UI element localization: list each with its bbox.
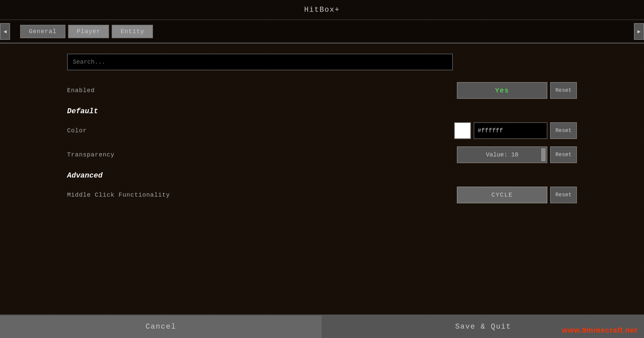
advanced-section: Advanced Middle Click Functionality CYCL… [67,172,577,205]
color-controls: Reset [454,122,577,139]
default-header: Default [67,107,577,116]
title-bar: HitBox+ [0,0,644,20]
middle-click-reset[interactable]: Reset [550,187,577,203]
watermark: www.9minecraft.net [562,326,637,335]
transparency-value: Value: 10 [461,151,543,158]
color-input[interactable] [474,122,547,139]
middle-click-toggle[interactable]: CYCLE [457,187,547,203]
enabled-reset[interactable]: Reset [550,82,577,99]
cancel-button[interactable]: Cancel [0,316,322,338]
enabled-label: Enabled [67,87,95,94]
search-container [67,54,577,70]
tab-general[interactable]: General [20,25,65,38]
main-content: Enabled Yes Reset Default Color Reset Tr… [0,44,644,220]
bottom-bar: Cancel Save & Quit www.9minecraft.net [0,315,644,338]
app-title: HitBox+ [304,6,340,14]
transparency-row: Transparency Value: 10 Reset [67,145,577,165]
color-reset[interactable]: Reset [550,122,577,139]
transparency-reset[interactable]: Reset [550,146,577,163]
slider-handle [541,148,545,161]
color-label: Color [67,127,87,134]
tab-player[interactable]: Player [68,25,109,38]
transparency-slider[interactable]: Value: 10 [457,146,547,163]
advanced-header: Advanced [67,172,577,180]
enabled-toggle[interactable]: Yes [457,82,547,99]
color-swatch[interactable] [454,122,471,139]
middle-click-row: Middle Click Functionality CYCLE Reset [67,185,577,205]
enabled-row: Enabled Yes Reset [67,80,577,100]
tab-entity[interactable]: Entity [112,25,153,38]
transparency-label: Transparency [67,151,115,158]
tab-bar: ◀ General Player Entity ▶ [0,20,644,44]
color-row: Color Reset [67,121,577,141]
search-input[interactable] [67,54,453,70]
middle-click-controls: CYCLE Reset [457,187,577,203]
nav-arrow-left[interactable]: ◀ [0,23,10,40]
tabs-container: General Player Entity [20,25,153,38]
transparency-controls: Value: 10 Reset [457,146,577,163]
nav-arrow-right[interactable]: ▶ [634,23,644,40]
default-section: Default Color Reset Transparency Value: … [67,107,577,165]
enabled-controls: Yes Reset [457,82,577,99]
middle-click-label: Middle Click Functionality [67,192,170,198]
watermark-text: www.9minecraft.net [562,326,637,334]
